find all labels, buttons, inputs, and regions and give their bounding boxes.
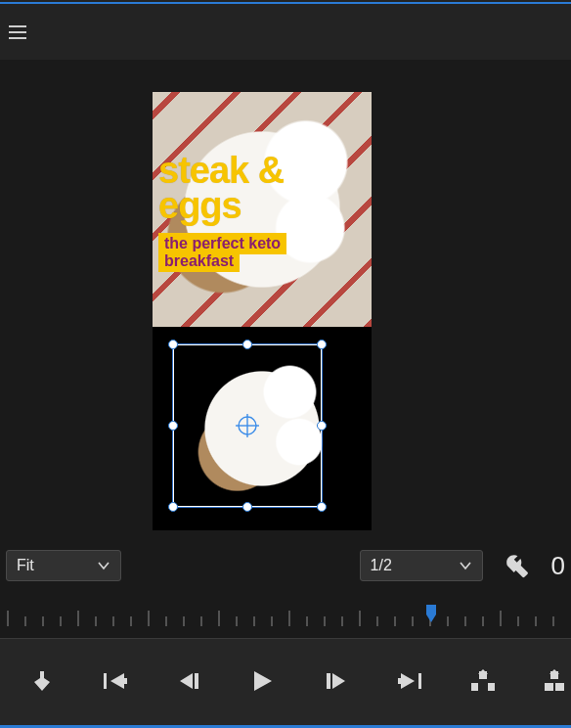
step-back-button[interactable] (175, 667, 203, 695)
svg-marker-36 (426, 614, 436, 622)
playback-resolution-label: 1/2 (371, 557, 392, 574)
transport-bar (0, 638, 571, 728)
svg-rect-52 (545, 683, 553, 691)
title-line-2: eggs (158, 188, 354, 223)
chevron-down-icon (97, 559, 110, 572)
sequence-canvas[interactable]: steak & eggs the perfect keto breakfast (153, 92, 372, 530)
svg-marker-44 (332, 673, 345, 689)
svg-rect-35 (426, 605, 436, 614)
subtitle-line-2: breakfast (158, 252, 240, 273)
step-forward-button[interactable] (322, 667, 350, 695)
playback-resolution-dropdown[interactable]: 1/2 (360, 550, 483, 581)
svg-rect-48 (471, 683, 478, 691)
zoom-level-label: Fit (17, 557, 34, 574)
svg-rect-39 (124, 678, 127, 684)
svg-rect-47 (418, 673, 421, 689)
svg-rect-41 (195, 673, 198, 689)
svg-marker-46 (401, 673, 415, 689)
title-graphic: steak & eggs the perfect keto breakfast (158, 153, 354, 272)
svg-rect-53 (555, 683, 564, 691)
clip-top-image: steak & eggs the perfect keto breakfast (153, 92, 372, 327)
go-to-out-button[interactable] (395, 667, 423, 695)
svg-rect-37 (104, 673, 107, 689)
svg-marker-40 (180, 673, 193, 689)
go-to-in-button[interactable] (101, 667, 129, 695)
zoom-level-dropdown[interactable]: Fit (6, 550, 121, 581)
settings-wrench-icon[interactable] (505, 553, 530, 578)
program-monitor[interactable]: steak & eggs the perfect keto breakfast (0, 61, 571, 728)
svg-marker-38 (110, 673, 124, 689)
lift-button[interactable] (469, 667, 498, 695)
subtitle-line-1: the perfect keto (158, 233, 286, 254)
svg-rect-43 (327, 673, 330, 689)
svg-rect-45 (398, 678, 401, 684)
chevron-down-icon (459, 559, 472, 572)
title-line-1: steak & (158, 153, 354, 188)
panel-header (0, 4, 571, 61)
timecode-display[interactable]: 0 (551, 551, 565, 581)
play-button[interactable] (248, 667, 277, 695)
time-ruler[interactable] (0, 601, 571, 634)
svg-marker-42 (254, 671, 272, 691)
clip-bottom-image (153, 327, 372, 530)
playhead-marker (426, 605, 436, 622)
monitor-controls-row: Fit 1/2 0 (0, 545, 571, 586)
panel-menu-button[interactable] (6, 21, 29, 44)
svg-rect-49 (488, 683, 495, 691)
extract-button[interactable] (543, 667, 571, 695)
add-marker-button[interactable] (27, 667, 56, 695)
